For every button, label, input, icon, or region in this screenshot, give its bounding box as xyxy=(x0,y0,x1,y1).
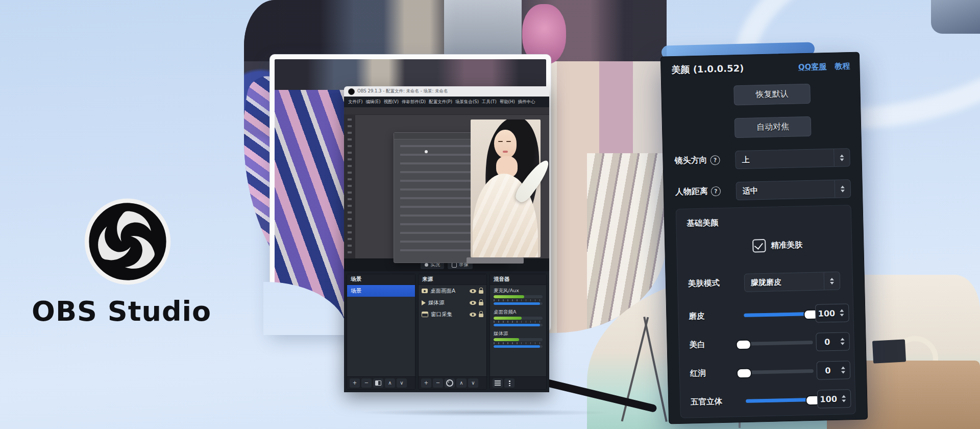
spin-up-button[interactable] xyxy=(841,366,845,369)
panel-title: 美颜 (1.0.0.52) xyxy=(671,62,744,76)
spin-up-button[interactable] xyxy=(842,395,846,397)
checkbox-check-icon xyxy=(754,241,763,250)
obs-menubar: 文件(F) 编辑(E) 视图(V) 停靠部件(D) 配置文件(P) 场景集合(S… xyxy=(344,97,549,107)
preview-editor-area xyxy=(344,107,549,258)
sources-dock: 来源 桌面画面A 媒体源 xyxy=(418,274,487,390)
value-spinbox[interactable]: 100 xyxy=(817,389,851,408)
lock-icon[interactable] xyxy=(479,302,483,305)
reset-defaults-button[interactable]: 恢复默认 xyxy=(733,84,811,105)
scene-up-button[interactable]: ∧ xyxy=(385,378,395,388)
spin-down-button[interactable] xyxy=(841,342,845,345)
source-item[interactable]: 桌面画面A xyxy=(419,285,486,297)
remove-scene-button[interactable]: − xyxy=(361,378,372,388)
lock-icon[interactable] xyxy=(479,290,483,294)
volume-meter xyxy=(494,317,543,320)
slider-track[interactable] xyxy=(744,312,812,317)
scenes-dock: 场景 场景 + − ∧ ∨ xyxy=(347,274,415,390)
volume-meter xyxy=(494,338,543,341)
source-properties-button[interactable] xyxy=(445,378,455,388)
visibility-eye-icon[interactable] xyxy=(470,313,476,317)
menu-item-docks[interactable]: 停靠部件(D) xyxy=(402,99,426,105)
menu-item-tools[interactable]: 工具(T) xyxy=(482,99,497,105)
person-distance-select[interactable]: 适中 xyxy=(736,179,851,200)
whitening-slider-row: 美白 0 xyxy=(679,332,854,354)
chevron-up-icon xyxy=(841,185,845,188)
lock-icon[interactable] xyxy=(479,314,483,317)
slider-track[interactable] xyxy=(745,369,814,374)
source-item[interactable]: 窗口采集 xyxy=(419,308,486,320)
stand-shadow xyxy=(306,408,664,418)
menu-item-scene-collection[interactable]: 场景集合(S) xyxy=(455,99,479,105)
question-circle-icon[interactable]: ? xyxy=(711,186,721,196)
spin-up-button[interactable] xyxy=(840,309,844,312)
value-spinbox[interactable]: 0 xyxy=(817,361,851,379)
chevron-down-icon xyxy=(840,158,844,161)
gear-icon xyxy=(446,379,453,387)
select-chevrons[interactable] xyxy=(824,272,840,290)
volume-slider[interactable] xyxy=(494,302,543,305)
skin-mode-select[interactable]: 朦胧磨皮 xyxy=(744,272,841,292)
rosy-slider-row: 红润 0 xyxy=(680,361,855,383)
qq-support-link[interactable]: QQ客服 xyxy=(798,62,827,72)
slider-track[interactable] xyxy=(746,398,814,403)
obs-logo-small-icon xyxy=(348,88,355,95)
menu-item-help[interactable]: 帮助(H) xyxy=(500,99,515,105)
select-chevrons[interactable] xyxy=(834,149,850,166)
camera-direction-select[interactable]: 上 xyxy=(735,148,850,169)
obs-logo-icon xyxy=(84,198,171,285)
add-scene-button[interactable]: + xyxy=(350,378,360,388)
source-item[interactable]: 媒体源 xyxy=(419,297,486,308)
corner-photo-fragment xyxy=(931,0,980,34)
scene-down-button[interactable]: ∨ xyxy=(397,378,407,388)
value-spinbox[interactable]: 0 xyxy=(816,332,850,351)
volume-slider[interactable] xyxy=(494,324,543,326)
select-chevrons[interactable] xyxy=(834,180,850,198)
slider-handle[interactable] xyxy=(737,368,752,379)
visibility-eye-icon[interactable] xyxy=(470,289,476,293)
camera-direction-row: 镜头方向 ? 上 xyxy=(674,148,850,171)
volume-slider[interactable] xyxy=(494,345,543,348)
menu-item-file[interactable]: 文件(F) xyxy=(348,99,363,105)
question-circle-icon[interactable]: ? xyxy=(710,155,720,165)
editor-options-bar xyxy=(344,107,549,115)
obs-title-text: OBS 29.1.3 - 配置文件: 未命名 - 场景: 未命名 xyxy=(357,88,448,94)
section-title: 基础美颜 xyxy=(687,218,718,229)
spin-down-button[interactable] xyxy=(840,314,844,316)
live-dot-icon xyxy=(425,263,428,267)
checkbox[interactable] xyxy=(752,239,766,253)
visibility-eye-icon[interactable] xyxy=(470,301,476,305)
basic-beauty-section: 基础美颜 精准美肤 美肤模式 朦胧磨皮 磨皮 100 xyxy=(676,205,856,418)
scenes-header: 场景 xyxy=(347,274,415,285)
spin-down-button[interactable] xyxy=(841,371,845,373)
slider-track[interactable] xyxy=(745,341,813,346)
mixer-more-button[interactable] xyxy=(504,378,514,388)
obs-titlebar[interactable]: OBS 29.1.3 - 配置文件: 未命名 - 场景: 未命名 xyxy=(344,86,549,97)
autofocus-button[interactable]: 自动对焦 xyxy=(734,116,812,138)
meter-ticks xyxy=(494,299,543,301)
filter-icon xyxy=(375,380,381,386)
beauty-panel: 美颜 (1.0.0.52) QQ客服 教程 恢复默认 自动对焦 镜头方向 ? 上… xyxy=(660,52,868,424)
slider-handle[interactable] xyxy=(736,340,751,350)
add-source-button[interactable]: + xyxy=(421,378,431,388)
room-window-art xyxy=(444,0,522,57)
menu-item-view[interactable]: 视图(V) xyxy=(384,99,399,105)
chevron-down-icon xyxy=(830,281,834,284)
camera-source-icon xyxy=(422,289,428,293)
value-spinbox[interactable]: 100 xyxy=(815,303,849,322)
scenes-toolbar: + − ∧ ∨ xyxy=(347,376,415,389)
volume-meter xyxy=(494,295,543,298)
menu-item-edit[interactable]: 编辑(E) xyxy=(366,99,381,105)
menu-item-plugin-center[interactable]: 插件中心 xyxy=(518,99,535,105)
source-up-button[interactable]: ∧ xyxy=(456,378,467,388)
spin-down-button[interactable] xyxy=(842,399,846,402)
tutorial-link[interactable]: 教程 xyxy=(835,61,850,72)
remove-source-button[interactable]: − xyxy=(433,378,443,388)
menu-item-profile[interactable]: 配置文件(P) xyxy=(429,99,452,105)
scene-item-selected[interactable]: 场景 xyxy=(347,285,415,297)
source-down-button[interactable]: ∨ xyxy=(468,378,478,388)
scene-filters-button[interactable] xyxy=(373,378,383,388)
chevron-up-icon xyxy=(840,154,844,157)
spin-up-button[interactable] xyxy=(840,338,844,340)
mixer-settings-button[interactable] xyxy=(493,378,503,388)
laptop-art xyxy=(872,339,906,363)
